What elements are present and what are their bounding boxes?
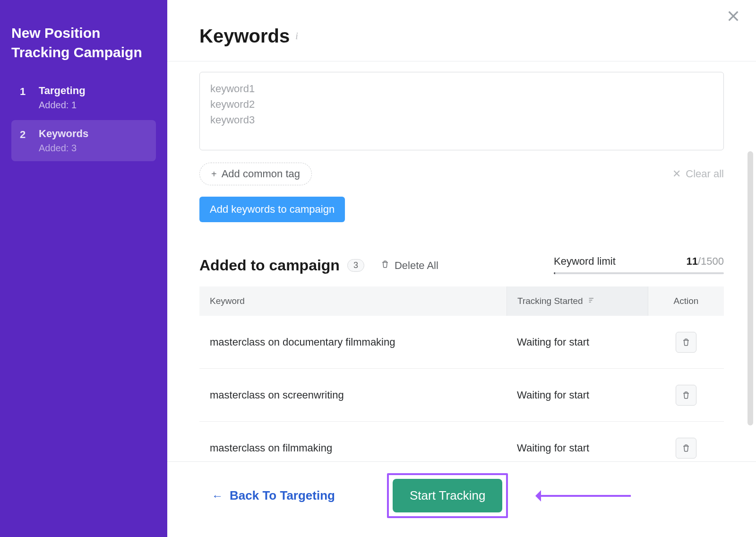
close-icon — [726, 9, 741, 24]
cell-keyword: masterclass on screenwriting — [199, 381, 507, 410]
clear-all-label: Clear all — [686, 168, 724, 180]
arrow-left-icon: ← — [212, 489, 223, 502]
col-action: Action — [648, 286, 724, 316]
main-panel: Keywords i + Add common tag ✕ Clear all … — [167, 0, 756, 537]
footer: ← Back To Targeting Start Tracking — [167, 461, 756, 537]
trash-icon — [380, 260, 390, 272]
table-row: masterclass on filmmaking Waiting for st… — [199, 422, 724, 461]
annotation-arrow — [536, 495, 631, 497]
delete-row-button[interactable] — [676, 332, 696, 353]
step-label: Targeting — [39, 85, 86, 97]
sort-icon — [588, 296, 595, 306]
keywords-table: Keyword Tracking Started Action mastercl… — [199, 286, 724, 461]
table-header: Keyword Tracking Started Action — [199, 286, 724, 316]
limit-total: /1500 — [698, 255, 724, 267]
sidebar-title: New Position Tracking Campaign — [11, 24, 156, 62]
start-tracking-button[interactable]: Start Tracking — [393, 479, 502, 512]
step-sublabel: Added: 3 — [39, 143, 88, 154]
cell-status: Waiting for start — [507, 328, 648, 357]
delete-row-button[interactable] — [676, 385, 696, 406]
trash-icon — [681, 390, 691, 400]
step-keywords[interactable]: 2 Keywords Added: 3 — [11, 120, 156, 161]
step-targeting[interactable]: 1 Targeting Added: 1 — [11, 77, 156, 118]
col-tracking-label: Tracking Started — [517, 296, 583, 306]
plus-icon: + — [211, 169, 217, 180]
add-keywords-button[interactable]: Add keywords to campaign — [199, 197, 345, 222]
back-label: Back To Targeting — [230, 488, 335, 503]
close-button[interactable] — [726, 9, 741, 26]
cell-keyword: masterclass on filmmaking — [199, 433, 507, 461]
step-label: Keywords — [39, 128, 88, 140]
tag-row: + Add common tag ✕ Clear all — [199, 163, 724, 185]
cell-action — [648, 323, 724, 361]
limit-value: 11/1500 — [686, 255, 724, 268]
delete-all-label: Delete All — [395, 260, 438, 272]
trash-icon — [681, 443, 691, 453]
trash-icon — [681, 338, 691, 347]
keywords-textarea[interactable] — [199, 72, 724, 150]
step-sublabel: Added: 1 — [39, 100, 86, 111]
limit-progress-bar — [554, 272, 724, 274]
campaign-title-group: Added to campaign 3 Delete All — [199, 257, 438, 274]
start-tracking-highlight: Start Tracking — [387, 473, 508, 518]
limit-label: Keyword limit — [554, 255, 616, 268]
cell-keyword: masterclass on documentary filmmaking — [199, 328, 507, 357]
limit-used: 11 — [686, 255, 697, 267]
campaign-section-header: Added to campaign 3 Delete All Keyword l… — [199, 255, 724, 274]
info-icon[interactable]: i — [295, 31, 298, 42]
campaign-title: Added to campaign — [199, 257, 340, 274]
keyword-limit: Keyword limit 11/1500 — [554, 255, 724, 274]
scrollbar[interactable] — [747, 151, 753, 425]
campaign-count-badge: 3 — [347, 259, 364, 272]
delete-all-button[interactable]: Delete All — [380, 260, 438, 272]
step-number: 1 — [20, 85, 26, 98]
table-row: masterclass on documentary filmmaking Wa… — [199, 316, 724, 369]
add-common-tag-button[interactable]: + Add common tag — [199, 163, 312, 185]
col-keyword: Keyword — [199, 286, 507, 316]
table-row: masterclass on screenwriting Waiting for… — [199, 369, 724, 422]
content-area: + Add common tag ✕ Clear all Add keyword… — [167, 61, 756, 461]
back-to-targeting-button[interactable]: ← Back To Targeting — [212, 488, 335, 503]
step-number: 2 — [20, 128, 26, 141]
sidebar: New Position Tracking Campaign 1 Targeti… — [0, 0, 167, 537]
clear-all-button[interactable]: ✕ Clear all — [672, 168, 724, 180]
add-tag-label: Add common tag — [222, 168, 300, 180]
x-icon: ✕ — [672, 168, 681, 180]
page-title: Keywords i — [199, 26, 724, 47]
delete-row-button[interactable] — [676, 438, 696, 459]
cell-action — [648, 376, 724, 414]
cell-status: Waiting for start — [507, 381, 648, 410]
cell-status: Waiting for start — [507, 433, 648, 461]
cell-action — [648, 429, 724, 461]
page-title-text: Keywords — [199, 26, 290, 47]
page-header: Keywords i — [167, 0, 756, 61]
col-tracking-started[interactable]: Tracking Started — [507, 286, 648, 316]
